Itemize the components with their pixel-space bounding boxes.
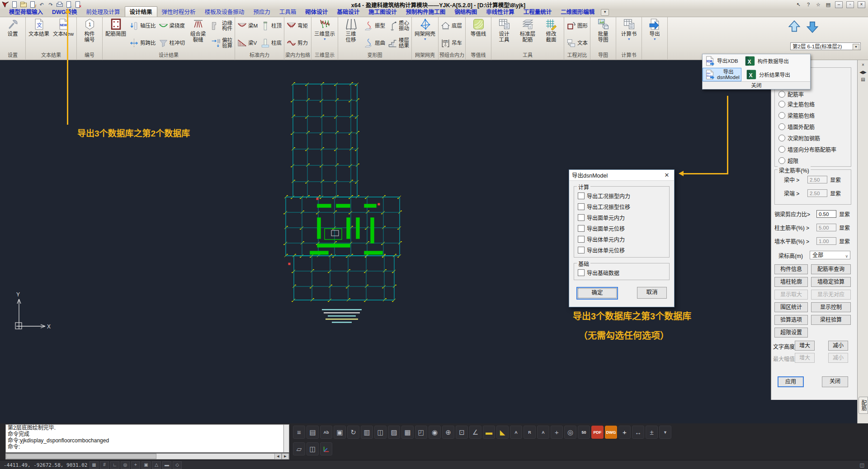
zoom-extents-icon[interactable]: ⊕ [442, 426, 454, 439]
pdf-export-icon[interactable]: PDF [591, 426, 604, 439]
tab-基础设计[interactable]: 基础设计 [332, 7, 364, 17]
menu-item-导出XDB[interactable]: XDB导出XDB [703, 54, 740, 68]
restore-button[interactable]: ▫ [846, 1, 854, 8]
tab-非线性计算[interactable]: 非线性计算 [481, 7, 519, 17]
checkbox-导出面单元内力[interactable] [578, 214, 585, 221]
checkbox-导出体单元位移[interactable] [578, 247, 585, 253]
crane-button[interactable]: CR吊车 [439, 34, 463, 52]
scale-50-icon[interactable]: 50 [578, 426, 590, 439]
tab-楼板及设备振动[interactable]: 楼板及设备振动 [200, 7, 249, 17]
favorites-icon[interactable]: ☆ [815, 2, 821, 8]
draw-order-icon[interactable]: ▤ [307, 426, 319, 439]
std-floor-rebar-button[interactable]: 标准层配筋 [516, 17, 539, 42]
show-no-match-button[interactable]: 显示无对应 [811, 290, 851, 300]
regen-icon[interactable]: ↻ [347, 426, 359, 439]
value-input[interactable]: 1.00 [816, 237, 836, 245]
checkbox-导出基础数据[interactable] [578, 269, 585, 276]
text-compare-button[interactable]: 文本 [565, 34, 589, 52]
radio-icon[interactable] [778, 91, 785, 98]
floor-result-button[interactable]: 楼层结果 [387, 34, 410, 52]
dialog-close-icon[interactable]: ✕ [662, 172, 671, 178]
checkbox-导出面单元位移[interactable] [578, 225, 585, 232]
settings-button[interactable]: 设置 [1, 17, 24, 37]
list-icon[interactable]: ≡ [293, 426, 305, 439]
zoom-all-icon[interactable]: A [510, 426, 522, 439]
tab-钢结构图[interactable]: 钢结构图 [450, 7, 481, 17]
grid-toggle[interactable]: ▦ [90, 461, 99, 469]
beam-deflection-button[interactable]: 梁挠度 [157, 17, 187, 34]
panel-collapse-icon[interactable]: ◀▶ [858, 70, 868, 75]
floor-up-button[interactable] [788, 20, 801, 33]
pointer-icon[interactable]: ↖ [795, 2, 802, 8]
mode-shape-button[interactable]: 振型 [363, 17, 387, 34]
lineweight-toggle[interactable]: ▬ [162, 461, 171, 469]
menu-item-导出dsnModel[interactable]: dsnModel导出dsnModel [703, 68, 741, 81]
display-control-button[interactable]: 显示控制 [811, 302, 851, 312]
zoom-window-icon[interactable]: ⊡ [456, 426, 468, 439]
wall-column-outline-button[interactable]: 墙柱轮廓 [774, 277, 808, 287]
text-new-button[interactable]: NEW文本New [51, 17, 75, 37]
rebar-diagram-button[interactable]: 配筋简图 [104, 17, 128, 37]
tab-砌体设计[interactable]: 砌体设计 [301, 7, 332, 17]
cube-icon[interactable]: ◰ [415, 426, 427, 439]
overlimit-settings-button[interactable]: 超限设置 [774, 328, 808, 338]
scroll-right-icon[interactable]: ▶ [282, 453, 289, 460]
camera-icon[interactable]: ◎ [564, 426, 576, 439]
graphic-compare-button[interactable]: 图形 [565, 17, 589, 34]
floor-selector-combo[interactable]: 第2层 6-1层(标准层2) ▼ [790, 42, 861, 50]
help-icon[interactable]: ? [805, 2, 811, 7]
column-bottom-button[interactable]: 柱底 [259, 34, 283, 52]
menu-overflow-button[interactable]: ▼ [601, 9, 609, 16]
value-input[interactable]: 5.00 [816, 224, 836, 231]
angle-measure-icon[interactable]: ∠ [469, 426, 481, 439]
member-number-button[interactable]: 1构件编号 [78, 17, 101, 42]
buckling-button[interactable]: 屈曲 [363, 34, 387, 52]
beam-v-button[interactable]: 梁V [236, 34, 259, 52]
radio-row-墙面外配筋[interactable]: 墙面外配筋 [778, 122, 815, 131]
text-height-icon[interactable]: A [537, 426, 549, 439]
tab-模型荷载输入[interactable]: 模型荷载输入 [5, 7, 47, 17]
object-track-toggle[interactable]: ▣ [142, 461, 151, 469]
radio-row-梁主筋包络[interactable]: 梁主筋包络 [778, 100, 815, 108]
minimize-button[interactable]: – [835, 1, 843, 8]
osnap-toggle[interactable]: ◎ [121, 461, 130, 469]
tab-预制构件施工图[interactable]: 预制构件施工图 [401, 7, 450, 17]
floor-down-button[interactable] [806, 20, 819, 33]
shear-span-ratio-button[interactable]: 剪跨比 [128, 34, 157, 52]
contour-button[interactable]: 等值线 [467, 17, 490, 37]
dock-tab-rebar[interactable]: 配筋 [859, 397, 868, 414]
panel-menu-icon[interactable]: ▤ [858, 77, 868, 82]
export-button[interactable]: 导出▼ [643, 17, 666, 41]
tab-DWG转换[interactable]: DWG转换 [47, 7, 82, 17]
set-square-icon[interactable]: ◣ [496, 426, 509, 439]
value-input[interactable]: 0.50 [816, 210, 836, 218]
tab-弹性时程分析[interactable]: 弹性时程分析 [157, 7, 200, 17]
edge-member-button[interactable]: 边缘构件 [210, 17, 234, 34]
moment-envelope-button[interactable]: 弯矩 [285, 17, 309, 34]
dyn-toggle[interactable]: △ [152, 461, 161, 469]
image-icon[interactable]: ▣ [334, 426, 346, 439]
panel-close-icon[interactable]: × [858, 62, 868, 67]
radio-row-次梁附加钢筋[interactable]: 次梁附加钢筋 [778, 134, 820, 142]
text-result-button[interactable]: 文文本结果 [27, 17, 51, 37]
viewport-icon[interactable]: ◫ [307, 442, 319, 455]
export-menu-close[interactable]: 关闭 [703, 81, 810, 89]
increase-button[interactable]: 增大 [795, 353, 815, 363]
axial-ratio-button[interactable]: 轴压比 [128, 17, 157, 34]
erase-icon[interactable]: ▨ [388, 426, 400, 439]
checkbox-导出体单元内力[interactable] [578, 236, 585, 243]
dwg-export-icon[interactable]: DWG [605, 426, 617, 439]
tab-二维图形编辑[interactable]: 二维图形编辑 [556, 7, 599, 17]
tab-前处理及计算[interactable]: 前处理及计算 [82, 7, 125, 17]
axes-icon[interactable] [320, 442, 332, 455]
column-punching-button[interactable]: 柱冲切 [157, 34, 187, 52]
command-log-panel[interactable]: 第2层底图绘制完毕.命令完成命令:yjkdisplay_dsponfloorco… [5, 424, 289, 453]
dialog-title-bar[interactable]: 导出dsnModel ✕ [569, 170, 674, 181]
value-input[interactable]: 2.50 [807, 189, 827, 197]
checkbox-导出工况振型内力[interactable] [578, 192, 585, 199]
tab-预应力[interactable]: 预应力 [249, 7, 275, 17]
menu-item-分析结果导出[interactable]: X分析结果导出 [744, 68, 792, 81]
ok-button[interactable]: 确定 [576, 287, 618, 300]
wall-stability-button[interactable]: 墙稳定验算 [811, 277, 851, 287]
region-statistics-button[interactable]: 围区统计 [774, 302, 808, 312]
